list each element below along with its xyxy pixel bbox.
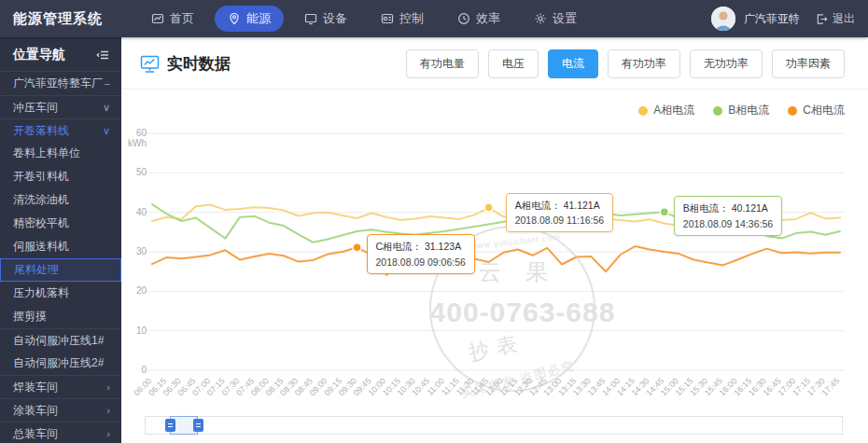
sidebar-item-广汽菲亚特整车厂[interactable]: 广汽菲亚特整车厂− — [0, 72, 121, 95]
realtime-chart[interactable]: 0102030405060kWh06:0006:1506:3006:4507:0… — [121, 117, 868, 410]
metric-button-功率因素[interactable]: 功率因素 — [772, 49, 845, 78]
sidebar-item-尾料处理[interactable]: 尾料处理 — [0, 258, 121, 282]
y-axis-label: 60 — [136, 128, 147, 138]
nav-menu: 首页能源设备控制效率设置 — [138, 6, 590, 32]
gear-icon — [534, 12, 547, 25]
user-name: 广汽菲亚特 — [744, 11, 800, 27]
sidebar-item-清洗涂油机[interactable]: 清洗涂油机 — [0, 188, 121, 212]
sidebar-collapse-icon[interactable] — [96, 48, 110, 62]
sidebar-item-chevron-down-icon: ∨ — [103, 102, 110, 114]
sidebar-item-冲压车间[interactable]: 冲压车间∨ — [0, 95, 121, 118]
clock-icon — [457, 12, 470, 25]
avatar-image — [711, 7, 735, 31]
sidebar-item-精密校平机[interactable]: 精密校平机 — [0, 212, 121, 235]
page-title-text: 实时数据 — [167, 53, 231, 75]
sidebar-item-chevron-right-icon: › — [106, 428, 110, 439]
sidebar-item-自动伺服冲压线1#[interactable]: 自动伺服冲压线1# — [0, 328, 121, 352]
nav-item-设置[interactable]: 设置 — [521, 6, 590, 32]
y-axis-label: 0 — [141, 365, 147, 375]
sidebar-tree: 广汽菲亚特整车厂−冲压车间∨开卷落料线∨卷料上料单位开卷引料机清洗涂油机精密校平… — [0, 72, 121, 443]
metric-button-有功功率[interactable]: 有功功率 — [608, 49, 680, 78]
metric-button-无功功率[interactable]: 无功功率 — [690, 49, 763, 78]
marker-point-B相电流[interactable] — [660, 208, 668, 216]
datazoom-slider[interactable] — [145, 416, 843, 435]
sidebar-item-label: 精密校平机 — [13, 215, 69, 231]
datazoom-handle-right[interactable] — [193, 419, 203, 432]
sidebar-item-label: 涂装车间 — [13, 403, 58, 419]
sidebar-item-开卷引料机[interactable]: 开卷引料机 — [0, 165, 121, 188]
sidebar-item-压力机落料[interactable]: 压力机落料 — [0, 282, 121, 305]
logout-label: 退出 — [833, 11, 855, 27]
nav-item-设备[interactable]: 设备 — [291, 6, 360, 32]
datazoom-handle-left[interactable] — [165, 419, 175, 432]
legend-dot-icon — [788, 106, 797, 116]
sidebar-item-摆剪摸[interactable]: 摆剪摸 — [0, 305, 121, 328]
app-title: 能源管理系统 — [13, 10, 103, 28]
nav-item-label: 效率 — [476, 10, 500, 27]
page-title: 实时数据 — [140, 53, 231, 75]
y-axis-label: 30 — [136, 246, 147, 256]
tooltip-time: 2018.08.09 09:06:56 — [376, 255, 466, 270]
sidebar-item-label: 开卷引料机 — [13, 169, 69, 185]
logout-button[interactable]: 退出 — [816, 11, 855, 27]
sidebar-item-label: 尾料处理 — [14, 262, 59, 278]
sidebar-item-label: 自动伺服冲压线1# — [13, 333, 104, 349]
tooltip-B相电流: B相电流： 40.121A2018.08.09 14:36:56 — [674, 196, 782, 236]
sidebar-item-卷料上料单位[interactable]: 卷料上料单位 — [0, 142, 121, 165]
sidebar: 位置导航 广汽菲亚特整车厂−冲压车间∨开卷落料线∨卷料上料单位开卷引料机清洗涂油… — [0, 37, 121, 443]
sidebar-item-开卷落料线[interactable]: 开卷落料线∨ — [0, 118, 121, 142]
sidebar-title: 位置导航 — [13, 47, 65, 63]
top-navbar: 能源管理系统 首页能源设备控制效率设置 广汽菲亚特 退出 — [0, 0, 868, 37]
sidebar-item-伺服送料机[interactable]: 伺服送料机 — [0, 235, 121, 258]
nav-item-首页[interactable]: 首页 — [138, 6, 207, 32]
logout-icon — [816, 13, 828, 25]
sidebar-item-涂装车间[interactable]: 涂装车间› — [0, 398, 121, 422]
sidebar-item-chevron-right-icon: › — [106, 405, 110, 416]
nav-item-label: 首页 — [170, 10, 194, 27]
nav-item-控制[interactable]: 控制 — [368, 6, 437, 32]
y-axis-label: 40 — [136, 207, 147, 217]
sidebar-item-label: 压力机落料 — [13, 285, 69, 301]
y-axis-label: 10 — [136, 325, 147, 336]
sidebar-item-label: 卷料上料单位 — [13, 145, 80, 161]
sidebar-item-label: 开卷落料线 — [13, 123, 69, 139]
nav-user-area: 广汽菲亚特 退出 — [711, 7, 855, 31]
device-icon — [304, 12, 317, 25]
metric-button-电流[interactable]: 电流 — [548, 49, 598, 78]
sidebar-item-label: 冲压车间 — [13, 100, 58, 116]
avatar[interactable] — [711, 7, 735, 31]
sidebar-item-label: 自动伺服冲压线2# — [13, 355, 104, 371]
legend-dot-icon — [713, 106, 722, 116]
series-line-C相电流[interactable] — [152, 246, 840, 275]
sidebar-item-label: 清洗涂油机 — [13, 192, 69, 208]
marker-point-C相电流[interactable] — [353, 243, 361, 252]
nav-item-label: 能源 — [246, 10, 271, 27]
metric-button-电压[interactable]: 电压 — [488, 49, 539, 78]
nav-item-效率[interactable]: 效率 — [444, 6, 513, 32]
tooltip-C相电流: C相电流： 31.123A2018.08.09 09:06:56 — [367, 234, 475, 274]
sidebar-item-label: 焊装车间 — [13, 380, 58, 395]
sidebar-header: 位置导航 — [0, 37, 121, 72]
nav-item-label: 控制 — [399, 10, 424, 27]
nav-item-能源[interactable]: 能源 — [215, 6, 284, 32]
sidebar-item-焊装车间[interactable]: 焊装车间› — [0, 375, 121, 398]
app-window: 能源管理系统 首页能源设备控制效率设置 广汽菲亚特 退出 位置导航 — [0, 0, 868, 443]
chart-canvas[interactable]: 0102030405060kWh06:0006:1506:3006:4507:0… — [121, 117, 868, 410]
nav-item-label: 设置 — [553, 10, 577, 27]
sidebar-item-minus-icon: − — [105, 78, 110, 90]
tooltip-A相电流: A相电流： 41.121A2018.08.09 11:16:56 — [506, 193, 614, 233]
sidebar-item-自动伺服冲压线2#[interactable]: 自动伺服冲压线2# — [0, 352, 121, 375]
tooltip-time: 2018.08.09 14:36:56 — [683, 216, 773, 231]
y-axis-label: 50 — [136, 167, 147, 177]
location-pin-icon — [228, 12, 241, 25]
marker-point-A相电流[interactable] — [484, 203, 493, 212]
nav-item-label: 设备 — [323, 10, 347, 27]
sidebar-item-总装车间[interactable]: 总装车间› — [0, 422, 121, 443]
sidebar-item-label: 广汽菲亚特整车厂 — [13, 76, 103, 91]
sidebar-item-label: 总装车间 — [13, 426, 58, 442]
main-content: 实时数据 有功电量电压电流有功功率无功功率功率因素 A相电流B相电流C相电流 0… — [121, 37, 868, 443]
sidebar-item-chevron-down-icon: ∨ — [103, 125, 110, 137]
metric-button-有功电量[interactable]: 有功电量 — [406, 49, 479, 78]
realtime-chart-icon — [140, 55, 160, 74]
metric-button-group: 有功电量电压电流有功功率无功功率功率因素 — [406, 49, 845, 78]
